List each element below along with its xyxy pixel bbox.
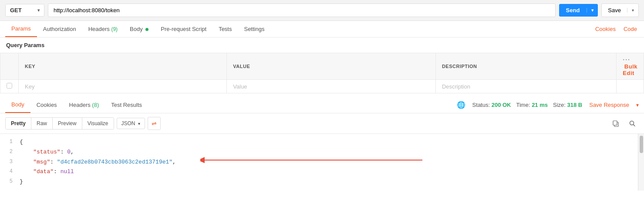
request-tabs: Params Authorization Headers (9) Body Pr… xyxy=(0,21,644,38)
col-value: VALUE xyxy=(227,53,436,80)
line-number: 1 xyxy=(0,138,20,146)
line-4: 4 "data": null xyxy=(0,167,644,177)
json-comma: , xyxy=(71,149,74,155)
line-number: 2 xyxy=(0,148,20,156)
three-dots-icon[interactable]: ··· xyxy=(623,56,631,63)
send-button[interactable]: Send ▾ xyxy=(559,4,598,17)
json-brace: } xyxy=(20,178,23,185)
resp-tab-body[interactable]: Body xyxy=(5,97,30,113)
save-dropdown-icon[interactable]: ▾ xyxy=(627,8,638,13)
response-tabs-bar: Body Cookies Headers (8) Test Results 🌐 … xyxy=(0,97,644,113)
code-link[interactable]: Code xyxy=(622,21,639,37)
search-icon[interactable] xyxy=(626,117,639,130)
format-label: JSON xyxy=(121,120,135,126)
send-label: Send xyxy=(559,7,587,14)
view-mode-right xyxy=(609,117,639,130)
view-mode-bar: Pretty Raw Preview Visualize JSON ▾ ⇌ xyxy=(0,113,644,134)
globe-icon: 🌐 xyxy=(457,101,465,109)
format-select[interactable]: JSON ▾ xyxy=(117,118,145,129)
json-key: "data" xyxy=(33,168,54,175)
json-colon: : xyxy=(50,159,57,165)
json-key: "status" xyxy=(33,149,60,155)
tab-tests[interactable]: Tests xyxy=(212,21,238,37)
row-key-input[interactable]: Key xyxy=(19,80,227,93)
params-table: KEY VALUE DESCRIPTION ··· Bulk Edit Key … xyxy=(0,53,644,93)
resp-tabs-right: 🌐 Status: 200 OK Time: 21 ms Size: 318 B… xyxy=(457,101,639,109)
copy-icon[interactable] xyxy=(609,117,622,130)
svg-rect-1 xyxy=(613,121,617,125)
svg-line-3 xyxy=(634,125,635,126)
bulk-edit-button[interactable]: Bulk Edit xyxy=(623,63,637,76)
table-row: Key Value Description xyxy=(0,80,644,93)
time-label: Time: 21 ms xyxy=(516,102,548,108)
view-raw-button[interactable]: Raw xyxy=(31,118,53,129)
status-label: Status: 200 OK xyxy=(472,102,511,108)
send-dropdown-icon[interactable]: ▾ xyxy=(587,8,598,13)
scrollbar[interactable] xyxy=(638,134,644,191)
wrap-button[interactable]: ⇌ xyxy=(148,117,161,130)
line-3: 3 "msg": "d4cfad2e8b0743cbb3063c2ed13719… xyxy=(0,157,644,167)
tab-body[interactable]: Body xyxy=(124,21,155,37)
col-actions: ··· Bulk Edit xyxy=(617,53,644,80)
json-string-value: "d4cfad2e8b0743cbb3063c2ed13719e1" xyxy=(57,159,172,165)
row-checkbox[interactable] xyxy=(0,80,19,93)
json-brace: { xyxy=(20,139,23,145)
method-chevron-icon: ▾ xyxy=(37,8,40,13)
url-bar: GET ▾ Send ▾ Save ▾ xyxy=(0,0,644,21)
json-value: 0 xyxy=(67,149,71,155)
col-description: DESCRIPTION xyxy=(435,53,616,80)
tab-pre-request[interactable]: Pre-request Script xyxy=(155,21,212,37)
response-body-container: 1 { 2 "status": 0, 3 "msg": "d4cfad2e8b0… xyxy=(0,134,644,191)
format-chevron-icon: ▾ xyxy=(138,121,140,126)
line-1: 1 { xyxy=(0,137,644,147)
line-2: 2 "status": 0, xyxy=(0,147,644,157)
method-label: GET xyxy=(10,7,22,14)
row-value-input[interactable]: Value xyxy=(227,80,436,93)
query-params-header: Query Params xyxy=(0,38,644,53)
json-null-value: null xyxy=(61,168,74,175)
wrap-icon: ⇌ xyxy=(152,120,157,127)
json-colon: : xyxy=(61,149,67,155)
line-number: 5 xyxy=(0,178,20,186)
tab-authorization[interactable]: Authorization xyxy=(37,21,82,37)
response-body: 1 { 2 "status": 0, 3 "msg": "d4cfad2e8b0… xyxy=(0,134,644,191)
line-5: 5 } xyxy=(0,177,644,187)
size-value: 318 B xyxy=(567,102,583,108)
tab-settings[interactable]: Settings xyxy=(238,21,270,37)
col-check xyxy=(0,53,19,80)
row-action xyxy=(617,80,644,93)
status-value: 200 OK xyxy=(492,102,511,108)
view-visualize-button[interactable]: Visualize xyxy=(82,118,114,129)
resp-tab-test-results[interactable]: Test Results xyxy=(105,97,148,113)
json-colon: : xyxy=(54,168,61,175)
json-comma: , xyxy=(172,159,176,165)
view-mode-group: Pretty Raw Preview Visualize xyxy=(5,117,114,130)
view-pretty-button[interactable]: Pretty xyxy=(6,118,31,129)
req-tabs-right: Cookies Code xyxy=(593,21,639,37)
resp-tab-cookies[interactable]: Cookies xyxy=(30,97,63,113)
size-label: Size: 318 B xyxy=(553,102,582,108)
save-response-chevron-icon[interactable]: ▾ xyxy=(636,102,639,108)
tab-headers[interactable]: Headers (9) xyxy=(82,21,124,37)
view-preview-button[interactable]: Preview xyxy=(53,118,82,129)
scrollbar-thumb[interactable] xyxy=(640,136,643,153)
status-info: Status: 200 OK Time: 21 ms Size: 318 B xyxy=(472,102,583,108)
save-label: Save xyxy=(602,7,627,14)
col-key: KEY xyxy=(19,53,227,80)
resp-tab-headers[interactable]: Headers (8) xyxy=(63,97,105,113)
time-value: 21 ms xyxy=(532,102,548,108)
cookies-link[interactable]: Cookies xyxy=(593,21,617,37)
json-key: "msg" xyxy=(33,159,50,165)
url-input[interactable] xyxy=(48,3,556,17)
row-desc-input[interactable]: Description xyxy=(435,80,616,93)
tab-params[interactable]: Params xyxy=(5,21,37,37)
save-button[interactable]: Save ▾ xyxy=(601,3,639,17)
method-select[interactable]: GET ▾ xyxy=(5,4,44,17)
line-number: 4 xyxy=(0,167,20,176)
line-number: 3 xyxy=(0,158,20,166)
save-response-button[interactable]: Save Response xyxy=(589,102,629,108)
